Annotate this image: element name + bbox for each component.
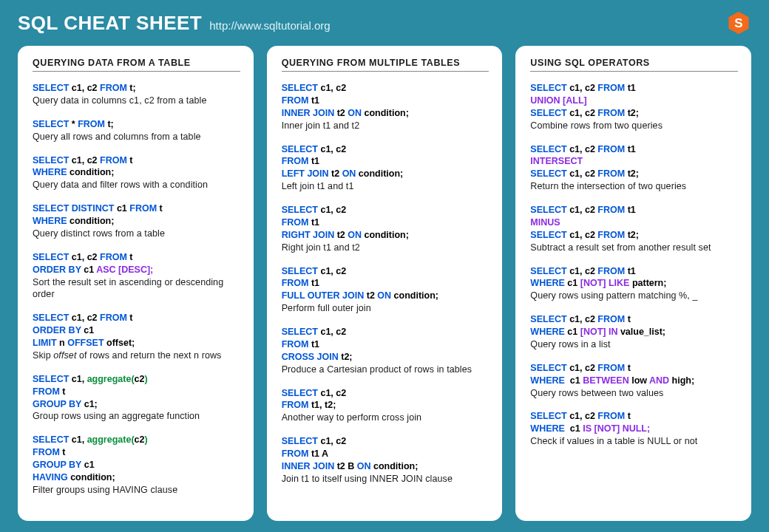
sql-code: SELECT c1, c2 FROM tORDER BY c1 ASC [DES… [33, 251, 240, 276]
code-block: SELECT c1, c2FROM t1CROSS JOIN t2;Produc… [282, 326, 489, 376]
code-block: SELECT c1, aggregate(c2)FROM tGROUP BY c… [33, 373, 240, 423]
code-description: Join t1 to itself using INNER JOIN claus… [282, 473, 489, 485]
sql-code: SELECT c1, c2FROM t1, t2; [282, 387, 489, 412]
section-heading: QUERYING FROM MULTIPLE TABLES [282, 58, 489, 72]
code-description: Query rows using pattern matching %, _ [530, 290, 738, 302]
section-body: SELECT c1, c2FROM t1INNER JOIN t2 ON con… [282, 82, 489, 485]
code-block: SELECT c1, c2 FROM t;Query data in colum… [33, 82, 240, 107]
sql-code: SELECT c1, c2FROM t1LEFT JOIN t2 ON cond… [282, 143, 489, 181]
column-3: USING SQL OPERATORS SELECT c1, c2 FROM t… [515, 46, 751, 521]
code-description: Right join t1 and t2 [282, 242, 489, 254]
code-block: SELECT c1, c2FROM t1 AINNER JOIN t2 B ON… [282, 435, 489, 485]
code-block: SELECT c1, c2FROM t1FULL OUTER JOIN t2 O… [282, 265, 489, 316]
sql-code: SELECT c1, c2FROM t1CROSS JOIN t2; [282, 326, 489, 364]
code-description: Sort the result set in ascending or desc… [33, 276, 240, 301]
site-logo-icon: S [726, 10, 751, 35]
svg-text:S: S [734, 16, 742, 30]
code-description: Combine rows from two queries [530, 120, 738, 132]
sql-code: SELECT c1, c2 FROM tWHERE c1 [NOT] IN va… [530, 313, 738, 338]
sql-code: SELECT c1, c2FROM t1 AINNER JOIN t2 B ON… [282, 435, 489, 473]
sql-code: SELECT c1, c2FROM t1FULL OUTER JOIN t2 O… [282, 265, 489, 303]
code-block: SELECT c1, c2 FROM tWHERE condition;Quer… [33, 154, 240, 192]
section-heading: QUERYING DATA FROM A TABLE [33, 58, 240, 72]
sql-code: SELECT * FROM t; [33, 118, 240, 131]
code-description: Return the intersection of two queries [530, 180, 738, 193]
column-2: QUERYING FROM MULTIPLE TABLES SELECT c1,… [267, 46, 503, 521]
sql-code: SELECT c1, c2 FROM t1INTERSECTSELECT c1,… [530, 143, 738, 181]
sql-code: SELECT c1, c2 FROM tORDER BY c1LIMIT n O… [33, 312, 240, 349]
sql-code: SELECT c1, c2 FROM tWHERE condition; [33, 154, 240, 180]
code-description: Query data and filter rows with a condit… [33, 179, 240, 191]
code-description: Left join t1 and t1 [282, 180, 489, 193]
columns: QUERYING DATA FROM A TABLE SELECT c1, c2… [18, 46, 751, 521]
code-block: SELECT c1, c2 FROM t1WHERE c1 [NOT] LIKE… [530, 265, 738, 303]
code-description: Query data in columns c1, c2 from a tabl… [33, 95, 240, 107]
code-description: Another way to perform cross join [282, 412, 489, 424]
code-description: Check if values in a table is NULL or no… [530, 435, 738, 448]
code-block: SELECT DISTINCT c1 FROM tWHERE condition… [33, 202, 240, 240]
code-block: SELECT c1, c2 FROM t1INTERSECTSELECT c1,… [530, 143, 738, 194]
code-description: Skip offset of rows and return the next … [33, 349, 240, 362]
code-description: Perform full outer join [282, 302, 489, 315]
section-heading: USING SQL OPERATORS [530, 58, 738, 72]
code-block: SELECT c1, c2 FROM tWHERE c1 [NOT] IN va… [530, 313, 738, 351]
section-body: SELECT c1, c2 FROM t1UNION [ALL]SELECT c… [530, 82, 738, 448]
sql-code: SELECT DISTINCT c1 FROM tWHERE condition… [33, 202, 240, 228]
code-description: Query distinct rows from a table [33, 228, 240, 240]
sql-code: SELECT c1, c2 FROM tWHERE c1 BETWEEN low… [530, 362, 738, 387]
code-block: SELECT c1, c2 FROM tWHERE c1 BETWEEN low… [530, 362, 738, 400]
code-block: SELECT c1, c2FROM t1LEFT JOIN t2 ON cond… [282, 143, 489, 194]
code-description: Subtract a result set from another resul… [530, 242, 738, 254]
page-title: SQL CHEAT SHEET [18, 12, 202, 35]
sql-code: SELECT c1, c2 FROM t1UNION [ALL]SELECT c… [530, 82, 738, 120]
code-block: SELECT c1, c2FROM t1, t2;Another way to … [282, 387, 489, 425]
code-block: SELECT c1, c2FROM t1RIGHT JOIN t2 ON con… [282, 204, 489, 254]
page-url: http://www.sqltutorial.org [209, 19, 330, 32]
sql-code: SELECT c1, aggregate(c2)FROM tGROUP BY c… [33, 373, 240, 411]
title-line: SQL CHEAT SHEET http://www.sqltutorial.o… [18, 12, 331, 35]
code-block: SELECT c1, aggregate(c2)FROM tGROUP BY c… [33, 434, 240, 496]
sql-code: SELECT c1, c2FROM t1RIGHT JOIN t2 ON con… [282, 204, 489, 242]
code-description: Inner join t1 and t2 [282, 120, 489, 132]
code-block: SELECT c1, c2 FROM tORDER BY c1 ASC [DES… [33, 251, 240, 301]
code-block: SELECT c1, c2FROM t1INNER JOIN t2 ON con… [282, 82, 489, 132]
column-1: QUERYING DATA FROM A TABLE SELECT c1, c2… [18, 46, 254, 521]
sql-code: SELECT c1, c2 FROM t; [33, 82, 240, 95]
header: SQL CHEAT SHEET http://www.sqltutorial.o… [18, 10, 751, 35]
code-description: Query rows in a list [530, 338, 738, 351]
sql-code: SELECT c1, c2 FROM t1MINUSSELECT c1, c2 … [530, 204, 738, 242]
code-block: SELECT c1, c2 FROM tORDER BY c1LIMIT n O… [33, 312, 240, 362]
code-description: Group rows using an aggregate function [33, 410, 240, 423]
code-block: SELECT c1, c2 FROM t1UNION [ALL]SELECT c… [530, 82, 738, 132]
code-description: Query all rows and columns from a table [33, 131, 240, 143]
sql-code: SELECT c1, c2 FROM t1WHERE c1 [NOT] LIKE… [530, 265, 738, 290]
code-block: SELECT * FROM t;Query all rows and colum… [33, 118, 240, 143]
code-block: SELECT c1, c2 FROM tWHERE c1 IS [NOT] NU… [530, 410, 738, 448]
code-description: Produce a Cartesian product of rows in t… [282, 364, 489, 376]
sql-code: SELECT c1, c2FROM t1INNER JOIN t2 ON con… [282, 82, 489, 120]
sql-code: SELECT c1, aggregate(c2)FROM tGROUP BY c… [33, 434, 240, 484]
section-body: SELECT c1, c2 FROM t;Query data in colum… [33, 82, 240, 497]
code-block: SELECT c1, c2 FROM t1MINUSSELECT c1, c2 … [530, 204, 738, 254]
code-description: Filter groups using HAVING clause [33, 484, 240, 497]
sql-code: SELECT c1, c2 FROM tWHERE c1 IS [NOT] NU… [530, 410, 738, 435]
code-description: Query rows between two values [530, 387, 738, 400]
